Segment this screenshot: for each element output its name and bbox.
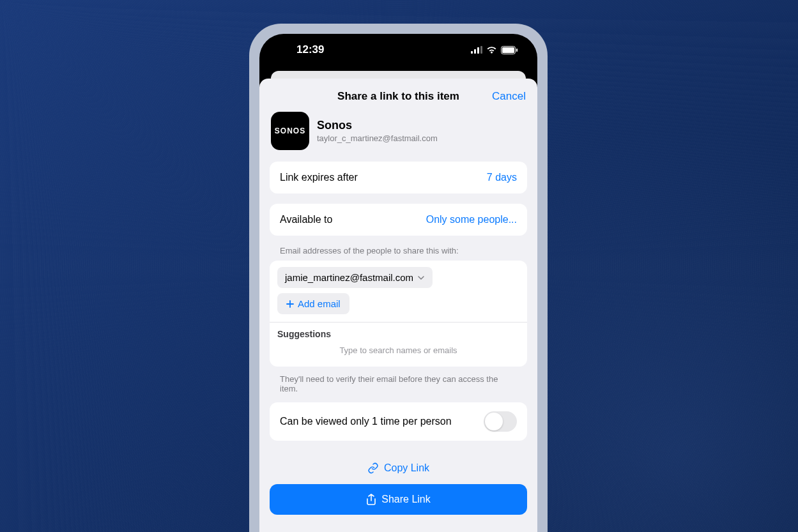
item-logo: SONOS	[271, 112, 309, 150]
link-icon	[367, 462, 379, 474]
add-email-label: Add email	[298, 298, 341, 309]
add-email-button[interactable]: Add email	[277, 293, 349, 314]
item-header: SONOS Sonos taylor_c_martinez@fastmail.c…	[259, 112, 537, 162]
view-once-card: Can be viewed only 1 time per person	[270, 402, 527, 441]
copy-link-button[interactable]: Copy Link	[259, 451, 537, 484]
expiry-label: Link expires after	[280, 172, 358, 183]
share-sheet: Share a link to this item Cancel SONOS S…	[259, 79, 537, 532]
expiry-card[interactable]: Link expires after 7 days	[270, 162, 527, 194]
copy-link-label: Copy Link	[384, 462, 429, 474]
sheet-title: Share a link to this item	[337, 90, 459, 102]
item-subtitle: taylor_c_martinez@fastmail.com	[317, 133, 438, 143]
suggestions-hint[interactable]: Type to search names or emails	[277, 346, 519, 359]
svg-rect-0	[471, 51, 473, 54]
availability-label: Available to	[280, 214, 332, 225]
cellular-icon	[471, 46, 482, 54]
toggle-knob	[485, 413, 503, 430]
phone-frame: 12:39 Share a link to this item Cancel S…	[249, 24, 548, 532]
divider	[270, 322, 527, 323]
email-chip-text: jamie_martinez@fastmail.com	[285, 272, 413, 283]
svg-rect-3	[480, 46, 482, 54]
svg-rect-5	[502, 47, 514, 53]
share-link-button[interactable]: Share Link	[270, 484, 527, 515]
status-indicators	[471, 46, 518, 54]
availability-value: Only some people...	[426, 214, 517, 225]
status-bar: 12:39	[259, 34, 537, 66]
sheet-header: Share a link to this item Cancel	[259, 79, 537, 112]
verify-help-text: They'll need to verify their email befor…	[259, 370, 537, 402]
availability-card[interactable]: Available to Only some people...	[270, 204, 527, 236]
suggestions-title: Suggestions	[277, 329, 519, 339]
svg-rect-6	[516, 49, 518, 52]
email-section-label: Email addresses of the people to share t…	[259, 246, 537, 261]
phone-screen: 12:39 Share a link to this item Cancel S…	[259, 34, 537, 532]
email-card: jamie_martinez@fastmail.com Add email Su…	[270, 261, 527, 367]
view-once-toggle[interactable]	[484, 411, 517, 432]
item-name: Sonos	[317, 119, 438, 132]
battery-icon	[501, 46, 518, 54]
view-once-label: Can be viewed only 1 time per person	[280, 416, 452, 427]
share-link-label: Share Link	[381, 494, 431, 505]
email-chip[interactable]: jamie_martinez@fastmail.com	[277, 267, 433, 288]
wifi-icon	[486, 46, 497, 54]
cancel-button[interactable]: Cancel	[492, 90, 526, 103]
plus-icon	[286, 300, 294, 308]
share-icon	[366, 494, 376, 505]
expiry-value: 7 days	[487, 172, 517, 183]
svg-rect-1	[474, 49, 476, 54]
status-time: 12:39	[279, 43, 324, 56]
svg-rect-2	[477, 47, 479, 54]
chevron-down-icon	[417, 274, 425, 282]
